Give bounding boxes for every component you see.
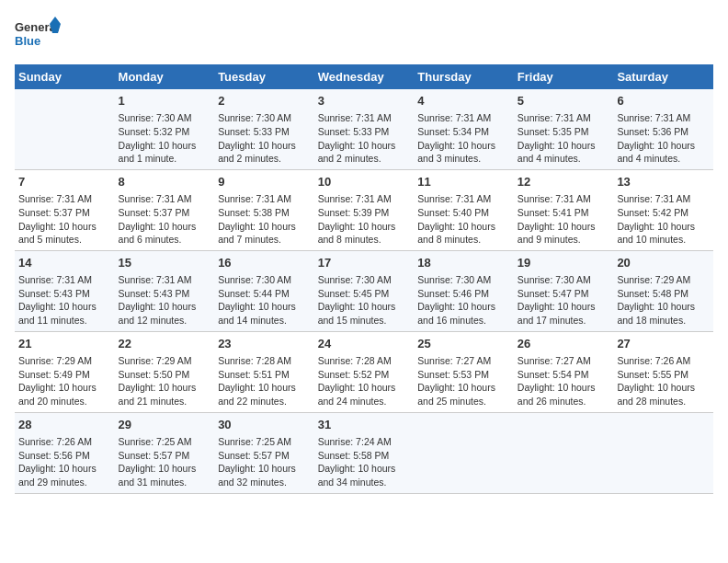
day-info: Sunrise: 7:31 AM Sunset: 5:33 PM Dayligh… — [318, 111, 411, 166]
cell-w1-d2: 1Sunrise: 7:30 AM Sunset: 5:32 PM Daylig… — [115, 89, 215, 169]
cell-w2-d1: 7Sunrise: 7:31 AM Sunset: 5:37 PM Daylig… — [15, 169, 115, 250]
cell-w3-d2: 15Sunrise: 7:31 AM Sunset: 5:43 PM Dayli… — [115, 250, 215, 331]
day-number: 19 — [518, 255, 610, 271]
day-number: 18 — [417, 255, 510, 271]
cell-w3-d7: 20Sunrise: 7:29 AM Sunset: 5:48 PM Dayli… — [613, 250, 713, 331]
day-number: 5 — [518, 93, 610, 109]
day-info: Sunrise: 7:25 AM Sunset: 5:57 PM Dayligh… — [119, 435, 211, 489]
day-number: 25 — [417, 336, 510, 352]
cell-w2-d3: 9Sunrise: 7:31 AM Sunset: 5:38 PM Daylig… — [214, 169, 314, 250]
day-number: 14 — [18, 255, 111, 271]
week-row-2: 7Sunrise: 7:31 AM Sunset: 5:37 PM Daylig… — [15, 169, 713, 250]
day-number: 20 — [617, 255, 710, 271]
page-header: General Blue — [15, 15, 713, 55]
header-friday: Friday — [514, 64, 614, 89]
day-number: 31 — [318, 417, 411, 433]
day-number: 4 — [417, 93, 510, 109]
cell-w5-d2: 29Sunrise: 7:25 AM Sunset: 5:57 PM Dayli… — [115, 412, 215, 493]
cell-w3-d3: 16Sunrise: 7:30 AM Sunset: 5:44 PM Dayli… — [214, 250, 314, 331]
day-number: 6 — [617, 93, 710, 109]
day-info: Sunrise: 7:30 AM Sunset: 5:47 PM Dayligh… — [518, 273, 610, 327]
day-number: 21 — [18, 336, 111, 352]
day-number: 24 — [318, 336, 411, 352]
day-info: Sunrise: 7:28 AM Sunset: 5:52 PM Dayligh… — [318, 354, 411, 408]
week-row-4: 21Sunrise: 7:29 AM Sunset: 5:49 PM Dayli… — [15, 331, 713, 412]
header-tuesday: Tuesday — [214, 64, 314, 89]
day-info: Sunrise: 7:30 AM Sunset: 5:32 PM Dayligh… — [119, 111, 211, 166]
cell-w5-d1: 28Sunrise: 7:26 AM Sunset: 5:56 PM Dayli… — [15, 412, 115, 493]
day-number: 3 — [318, 93, 411, 109]
cell-w1-d7: 6Sunrise: 7:31 AM Sunset: 5:36 PM Daylig… — [613, 89, 713, 169]
cell-w5-d6 — [514, 412, 614, 493]
svg-text:Blue: Blue — [15, 34, 40, 48]
day-number: 22 — [119, 336, 211, 352]
header-wednesday: Wednesday — [314, 64, 415, 89]
day-number: 27 — [617, 336, 710, 352]
day-number: 8 — [119, 174, 211, 190]
day-number: 12 — [518, 174, 610, 190]
day-number: 13 — [617, 174, 710, 190]
day-number: 23 — [218, 336, 311, 352]
cell-w1-d1 — [15, 89, 115, 169]
header-saturday: Saturday — [613, 64, 713, 89]
day-number: 2 — [218, 93, 311, 109]
cell-w1-d4: 3Sunrise: 7:31 AM Sunset: 5:33 PM Daylig… — [314, 89, 415, 169]
day-info: Sunrise: 7:31 AM Sunset: 5:41 PM Dayligh… — [518, 192, 610, 247]
cell-w1-d5: 4Sunrise: 7:31 AM Sunset: 5:34 PM Daylig… — [414, 89, 514, 169]
cell-w5-d5 — [414, 412, 514, 493]
day-info: Sunrise: 7:31 AM Sunset: 5:39 PM Dayligh… — [318, 192, 411, 247]
cell-w2-d7: 13Sunrise: 7:31 AM Sunset: 5:42 PM Dayli… — [613, 169, 713, 250]
header-monday: Monday — [115, 64, 215, 89]
day-info: Sunrise: 7:31 AM Sunset: 5:42 PM Dayligh… — [617, 192, 710, 247]
day-info: Sunrise: 7:29 AM Sunset: 5:49 PM Dayligh… — [18, 354, 111, 408]
cell-w5-d3: 30Sunrise: 7:25 AM Sunset: 5:57 PM Dayli… — [214, 412, 314, 493]
day-number: 16 — [218, 255, 311, 271]
header-thursday: Thursday — [414, 64, 514, 89]
day-info: Sunrise: 7:31 AM Sunset: 5:37 PM Dayligh… — [18, 192, 111, 247]
day-info: Sunrise: 7:31 AM Sunset: 5:43 PM Dayligh… — [119, 273, 211, 327]
header-row: SundayMondayTuesdayWednesdayThursdayFrid… — [15, 64, 713, 89]
day-info: Sunrise: 7:25 AM Sunset: 5:57 PM Dayligh… — [218, 435, 311, 489]
logo: General Blue — [15, 15, 61, 55]
day-number: 30 — [218, 417, 311, 433]
day-info: Sunrise: 7:26 AM Sunset: 5:56 PM Dayligh… — [18, 435, 111, 489]
cell-w4-d1: 21Sunrise: 7:29 AM Sunset: 5:49 PM Dayli… — [15, 331, 115, 412]
cell-w2-d2: 8Sunrise: 7:31 AM Sunset: 5:37 PM Daylig… — [115, 169, 215, 250]
day-info: Sunrise: 7:31 AM Sunset: 5:40 PM Dayligh… — [417, 192, 510, 247]
day-info: Sunrise: 7:31 AM Sunset: 5:36 PM Dayligh… — [617, 111, 710, 166]
cell-w3-d6: 19Sunrise: 7:30 AM Sunset: 5:47 PM Dayli… — [514, 250, 614, 331]
day-info: Sunrise: 7:26 AM Sunset: 5:55 PM Dayligh… — [617, 354, 710, 408]
cell-w4-d7: 27Sunrise: 7:26 AM Sunset: 5:55 PM Dayli… — [613, 331, 713, 412]
cell-w2-d6: 12Sunrise: 7:31 AM Sunset: 5:41 PM Dayli… — [514, 169, 614, 250]
day-info: Sunrise: 7:31 AM Sunset: 5:37 PM Dayligh… — [119, 192, 211, 247]
week-row-5: 28Sunrise: 7:26 AM Sunset: 5:56 PM Dayli… — [15, 412, 713, 493]
day-info: Sunrise: 7:30 AM Sunset: 5:45 PM Dayligh… — [318, 273, 411, 327]
day-info: Sunrise: 7:31 AM Sunset: 5:38 PM Dayligh… — [218, 192, 311, 247]
day-info: Sunrise: 7:29 AM Sunset: 5:48 PM Dayligh… — [617, 273, 710, 327]
day-number: 26 — [518, 336, 610, 352]
day-number: 29 — [119, 417, 211, 433]
day-number: 7 — [18, 174, 111, 190]
cell-w2-d4: 10Sunrise: 7:31 AM Sunset: 5:39 PM Dayli… — [314, 169, 415, 250]
day-number: 1 — [119, 93, 211, 109]
day-info: Sunrise: 7:31 AM Sunset: 5:35 PM Dayligh… — [518, 111, 610, 166]
day-number: 11 — [417, 174, 510, 190]
day-info: Sunrise: 7:28 AM Sunset: 5:51 PM Dayligh… — [218, 354, 311, 408]
day-number: 10 — [318, 174, 411, 190]
cell-w1-d6: 5Sunrise: 7:31 AM Sunset: 5:35 PM Daylig… — [514, 89, 614, 169]
day-info: Sunrise: 7:31 AM Sunset: 5:43 PM Dayligh… — [18, 273, 111, 327]
cell-w4-d6: 26Sunrise: 7:27 AM Sunset: 5:54 PM Dayli… — [514, 331, 614, 412]
cell-w4-d2: 22Sunrise: 7:29 AM Sunset: 5:50 PM Dayli… — [115, 331, 215, 412]
cell-w2-d5: 11Sunrise: 7:31 AM Sunset: 5:40 PM Dayli… — [414, 169, 514, 250]
day-info: Sunrise: 7:27 AM Sunset: 5:54 PM Dayligh… — [518, 354, 610, 408]
cell-w3-d1: 14Sunrise: 7:31 AM Sunset: 5:43 PM Dayli… — [15, 250, 115, 331]
week-row-1: 1Sunrise: 7:30 AM Sunset: 5:32 PM Daylig… — [15, 89, 713, 169]
cell-w1-d3: 2Sunrise: 7:30 AM Sunset: 5:33 PM Daylig… — [214, 89, 314, 169]
day-info: Sunrise: 7:30 AM Sunset: 5:33 PM Dayligh… — [218, 111, 311, 166]
day-number: 15 — [119, 255, 211, 271]
cell-w3-d4: 17Sunrise: 7:30 AM Sunset: 5:45 PM Dayli… — [314, 250, 415, 331]
day-number: 17 — [318, 255, 411, 271]
day-number: 9 — [218, 174, 311, 190]
cell-w4-d5: 25Sunrise: 7:27 AM Sunset: 5:53 PM Dayli… — [414, 331, 514, 412]
logo-icon: General Blue — [15, 15, 61, 55]
